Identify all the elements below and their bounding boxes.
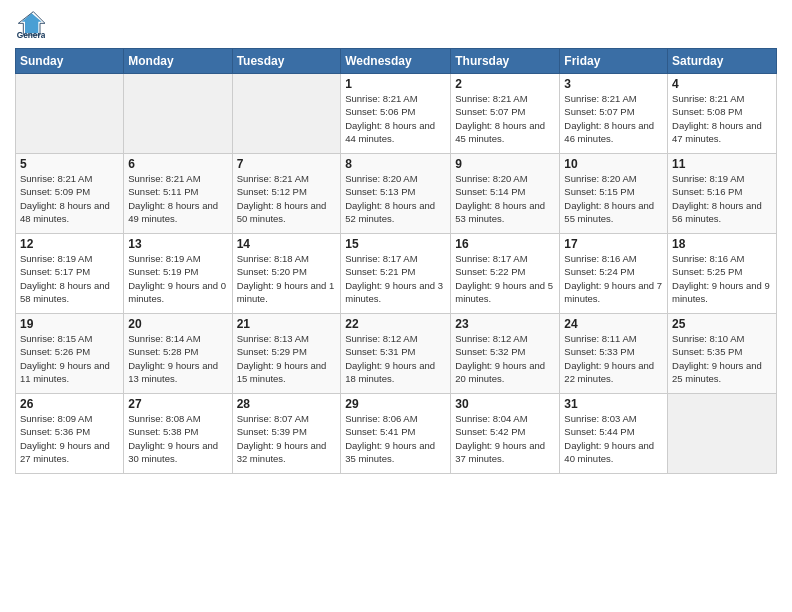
weekday-header-wednesday: Wednesday: [341, 49, 451, 74]
calendar-cell: 23Sunrise: 8:12 AM Sunset: 5:32 PM Dayli…: [451, 314, 560, 394]
calendar-week-3: 12Sunrise: 8:19 AM Sunset: 5:17 PM Dayli…: [16, 234, 777, 314]
logo: General Blue: [15, 10, 49, 40]
calendar-cell: 24Sunrise: 8:11 AM Sunset: 5:33 PM Dayli…: [560, 314, 668, 394]
day-info: Sunrise: 8:12 AM Sunset: 5:31 PM Dayligh…: [345, 332, 446, 385]
calendar-cell: 29Sunrise: 8:06 AM Sunset: 5:41 PM Dayli…: [341, 394, 451, 474]
weekday-header-thursday: Thursday: [451, 49, 560, 74]
day-info: Sunrise: 8:21 AM Sunset: 5:11 PM Dayligh…: [128, 172, 227, 225]
day-number: 23: [455, 317, 555, 331]
weekday-header-row: SundayMondayTuesdayWednesdayThursdayFrid…: [16, 49, 777, 74]
calendar-cell: [668, 394, 777, 474]
calendar-cell: 18Sunrise: 8:16 AM Sunset: 5:25 PM Dayli…: [668, 234, 777, 314]
calendar-cell: 5Sunrise: 8:21 AM Sunset: 5:09 PM Daylig…: [16, 154, 124, 234]
day-number: 1: [345, 77, 446, 91]
day-number: 27: [128, 397, 227, 411]
day-info: Sunrise: 8:16 AM Sunset: 5:25 PM Dayligh…: [672, 252, 772, 305]
day-number: 16: [455, 237, 555, 251]
calendar-cell: 8Sunrise: 8:20 AM Sunset: 5:13 PM Daylig…: [341, 154, 451, 234]
day-number: 30: [455, 397, 555, 411]
calendar-cell: 19Sunrise: 8:15 AM Sunset: 5:26 PM Dayli…: [16, 314, 124, 394]
day-info: Sunrise: 8:18 AM Sunset: 5:20 PM Dayligh…: [237, 252, 337, 305]
day-info: Sunrise: 8:13 AM Sunset: 5:29 PM Dayligh…: [237, 332, 337, 385]
calendar-cell: 4Sunrise: 8:21 AM Sunset: 5:08 PM Daylig…: [668, 74, 777, 154]
day-info: Sunrise: 8:07 AM Sunset: 5:39 PM Dayligh…: [237, 412, 337, 465]
day-number: 11: [672, 157, 772, 171]
calendar-cell: 26Sunrise: 8:09 AM Sunset: 5:36 PM Dayli…: [16, 394, 124, 474]
day-number: 10: [564, 157, 663, 171]
calendar-cell: 12Sunrise: 8:19 AM Sunset: 5:17 PM Dayli…: [16, 234, 124, 314]
weekday-header-sunday: Sunday: [16, 49, 124, 74]
calendar-cell: 13Sunrise: 8:19 AM Sunset: 5:19 PM Dayli…: [124, 234, 232, 314]
calendar-cell: 10Sunrise: 8:20 AM Sunset: 5:15 PM Dayli…: [560, 154, 668, 234]
day-number: 5: [20, 157, 119, 171]
day-info: Sunrise: 8:19 AM Sunset: 5:17 PM Dayligh…: [20, 252, 119, 305]
day-number: 12: [20, 237, 119, 251]
calendar-cell: 7Sunrise: 8:21 AM Sunset: 5:12 PM Daylig…: [232, 154, 341, 234]
calendar-cell: [124, 74, 232, 154]
day-info: Sunrise: 8:20 AM Sunset: 5:15 PM Dayligh…: [564, 172, 663, 225]
calendar-cell: 28Sunrise: 8:07 AM Sunset: 5:39 PM Dayli…: [232, 394, 341, 474]
day-number: 7: [237, 157, 337, 171]
calendar-cell: 15Sunrise: 8:17 AM Sunset: 5:21 PM Dayli…: [341, 234, 451, 314]
day-number: 18: [672, 237, 772, 251]
day-number: 22: [345, 317, 446, 331]
day-info: Sunrise: 8:11 AM Sunset: 5:33 PM Dayligh…: [564, 332, 663, 385]
calendar-cell: 9Sunrise: 8:20 AM Sunset: 5:14 PM Daylig…: [451, 154, 560, 234]
logo-icon: General Blue: [15, 10, 45, 40]
day-number: 26: [20, 397, 119, 411]
calendar-cell: 2Sunrise: 8:21 AM Sunset: 5:07 PM Daylig…: [451, 74, 560, 154]
day-number: 15: [345, 237, 446, 251]
weekday-header-tuesday: Tuesday: [232, 49, 341, 74]
day-info: Sunrise: 8:17 AM Sunset: 5:21 PM Dayligh…: [345, 252, 446, 305]
calendar-cell: 20Sunrise: 8:14 AM Sunset: 5:28 PM Dayli…: [124, 314, 232, 394]
day-info: Sunrise: 8:16 AM Sunset: 5:24 PM Dayligh…: [564, 252, 663, 305]
calendar-cell: 3Sunrise: 8:21 AM Sunset: 5:07 PM Daylig…: [560, 74, 668, 154]
day-info: Sunrise: 8:19 AM Sunset: 5:19 PM Dayligh…: [128, 252, 227, 305]
day-number: 14: [237, 237, 337, 251]
calendar-cell: 31Sunrise: 8:03 AM Sunset: 5:44 PM Dayli…: [560, 394, 668, 474]
header: General Blue: [15, 10, 777, 40]
day-info: Sunrise: 8:21 AM Sunset: 5:09 PM Dayligh…: [20, 172, 119, 225]
day-info: Sunrise: 8:21 AM Sunset: 5:06 PM Dayligh…: [345, 92, 446, 145]
calendar-cell: 6Sunrise: 8:21 AM Sunset: 5:11 PM Daylig…: [124, 154, 232, 234]
calendar-week-1: 1Sunrise: 8:21 AM Sunset: 5:06 PM Daylig…: [16, 74, 777, 154]
weekday-header-friday: Friday: [560, 49, 668, 74]
day-info: Sunrise: 8:20 AM Sunset: 5:14 PM Dayligh…: [455, 172, 555, 225]
calendar-week-2: 5Sunrise: 8:21 AM Sunset: 5:09 PM Daylig…: [16, 154, 777, 234]
calendar-cell: 1Sunrise: 8:21 AM Sunset: 5:06 PM Daylig…: [341, 74, 451, 154]
day-number: 9: [455, 157, 555, 171]
calendar-cell: 17Sunrise: 8:16 AM Sunset: 5:24 PM Dayli…: [560, 234, 668, 314]
calendar-cell: 30Sunrise: 8:04 AM Sunset: 5:42 PM Dayli…: [451, 394, 560, 474]
day-info: Sunrise: 8:03 AM Sunset: 5:44 PM Dayligh…: [564, 412, 663, 465]
calendar-cell: 25Sunrise: 8:10 AM Sunset: 5:35 PM Dayli…: [668, 314, 777, 394]
day-number: 29: [345, 397, 446, 411]
day-info: Sunrise: 8:17 AM Sunset: 5:22 PM Dayligh…: [455, 252, 555, 305]
calendar-week-5: 26Sunrise: 8:09 AM Sunset: 5:36 PM Dayli…: [16, 394, 777, 474]
day-info: Sunrise: 8:15 AM Sunset: 5:26 PM Dayligh…: [20, 332, 119, 385]
day-info: Sunrise: 8:08 AM Sunset: 5:38 PM Dayligh…: [128, 412, 227, 465]
calendar-cell: [16, 74, 124, 154]
calendar-cell: 11Sunrise: 8:19 AM Sunset: 5:16 PM Dayli…: [668, 154, 777, 234]
calendar-cell: 14Sunrise: 8:18 AM Sunset: 5:20 PM Dayli…: [232, 234, 341, 314]
day-number: 17: [564, 237, 663, 251]
calendar-table: SundayMondayTuesdayWednesdayThursdayFrid…: [15, 48, 777, 474]
day-number: 20: [128, 317, 227, 331]
day-number: 31: [564, 397, 663, 411]
day-number: 13: [128, 237, 227, 251]
weekday-header-saturday: Saturday: [668, 49, 777, 74]
day-number: 19: [20, 317, 119, 331]
day-info: Sunrise: 8:10 AM Sunset: 5:35 PM Dayligh…: [672, 332, 772, 385]
calendar-cell: 27Sunrise: 8:08 AM Sunset: 5:38 PM Dayli…: [124, 394, 232, 474]
day-info: Sunrise: 8:21 AM Sunset: 5:07 PM Dayligh…: [455, 92, 555, 145]
day-info: Sunrise: 8:19 AM Sunset: 5:16 PM Dayligh…: [672, 172, 772, 225]
day-number: 25: [672, 317, 772, 331]
day-number: 8: [345, 157, 446, 171]
day-info: Sunrise: 8:14 AM Sunset: 5:28 PM Dayligh…: [128, 332, 227, 385]
day-info: Sunrise: 8:04 AM Sunset: 5:42 PM Dayligh…: [455, 412, 555, 465]
day-info: Sunrise: 8:21 AM Sunset: 5:08 PM Dayligh…: [672, 92, 772, 145]
day-info: Sunrise: 8:12 AM Sunset: 5:32 PM Dayligh…: [455, 332, 555, 385]
day-number: 6: [128, 157, 227, 171]
weekday-header-monday: Monday: [124, 49, 232, 74]
day-info: Sunrise: 8:06 AM Sunset: 5:41 PM Dayligh…: [345, 412, 446, 465]
day-number: 2: [455, 77, 555, 91]
